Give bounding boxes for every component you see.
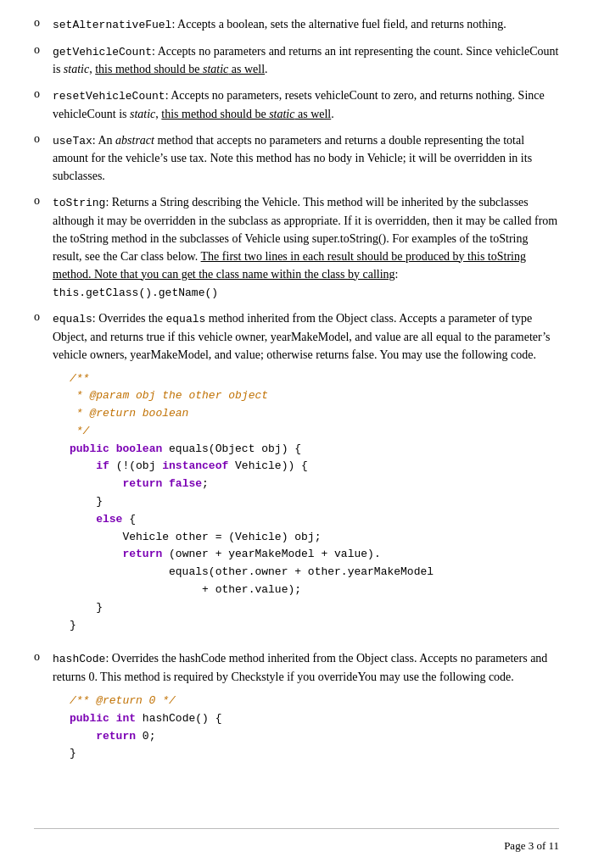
method-name: setAlternativeFuel xyxy=(53,19,171,31)
bullet-marker: o xyxy=(34,194,44,208)
bullet-text: resetVehicleCount: Accepts no parameters… xyxy=(53,86,559,123)
list-item: o getVehicleCount: Accepts no parameters… xyxy=(34,42,559,79)
list-item: o setAlternativeFuel: Accepts a boolean,… xyxy=(34,15,559,34)
method-name: resetVehicleCount xyxy=(53,90,165,103)
bullet-text: equals: Overrides the equals method inhe… xyxy=(53,309,559,641)
bullet-marker: o xyxy=(34,87,44,101)
bullet-text: getVehicleCount: Accepts no parameters a… xyxy=(53,42,559,79)
bullet-marker: o xyxy=(34,16,44,30)
method-name: useTax xyxy=(53,135,92,147)
list-item: o resetVehicleCount: Accepts no paramete… xyxy=(34,86,559,123)
page-divider xyxy=(34,828,559,829)
method-name: hashCode xyxy=(53,653,105,665)
bullet-marker: o xyxy=(34,310,44,324)
bullet-text: toString: Returns a String describing th… xyxy=(53,193,559,301)
bullet-text: useTax: An abstract method that accepts … xyxy=(53,131,559,186)
list-item: o toString: Returns a String describing … xyxy=(34,193,559,301)
method-name: getVehicleCount xyxy=(53,46,152,58)
code-block-hashcode: /** @return 0 */ public int hashCode() {… xyxy=(70,693,559,763)
list-item: o hashCode: Overrides the hashCode metho… xyxy=(34,649,559,770)
page-content: o setAlternativeFuel: Accepts a boolean,… xyxy=(0,0,593,829)
method-name: equals xyxy=(53,313,92,326)
code-block-equals: /** * @param obj the other object * @ret… xyxy=(70,370,559,635)
bullet-list: o setAlternativeFuel: Accepts a boolean,… xyxy=(34,15,559,770)
page-number: Page 3 of 11 xyxy=(504,839,559,853)
bullet-marker: o xyxy=(34,650,44,664)
bullet-text: setAlternativeFuel: Accepts a boolean, s… xyxy=(53,15,559,34)
bullet-marker: o xyxy=(34,132,44,146)
method-name: toString xyxy=(53,197,105,209)
bullet-marker: o xyxy=(34,43,44,57)
bullet-text: hashCode: Overrides the hashCode method … xyxy=(53,649,559,770)
list-item: o useTax: An abstract method that accept… xyxy=(34,131,559,186)
list-item: o equals: Overrides the equals method in… xyxy=(34,309,559,641)
